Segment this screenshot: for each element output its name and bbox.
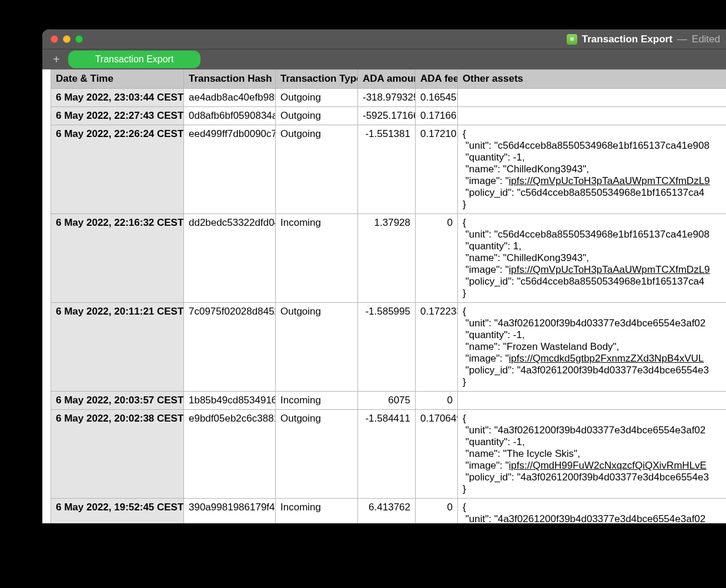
sheet-tab-transaction-export[interactable]: Transaction Export (68, 51, 201, 68)
table-row[interactable]: 6 May 2022, 20:11:21 CEST7c0975f02028d84… (51, 303, 727, 392)
cell-other-assets[interactable] (458, 89, 727, 107)
cell-amount[interactable]: -318.979325 (358, 89, 416, 107)
zoom-icon[interactable] (75, 35, 83, 43)
cell-date[interactable]: 6 May 2022, 22:26:24 CEST (51, 125, 184, 214)
cell-date[interactable]: 6 May 2022, 22:27:43 CEST (51, 107, 184, 125)
ipfs-link[interactable]: ipfs://QmVpUcToH3pTaAaUWpmTCXfmDzL9 (509, 175, 710, 186)
col-hash[interactable]: Transaction Hash (184, 70, 276, 89)
cell-amount[interactable]: -5925.171661 (358, 107, 416, 125)
titlebar: ⌗ Transaction Export — Edited (42, 29, 726, 49)
col-fees[interactable]: ADA fees (416, 70, 458, 89)
cell-fees[interactable]: 0 (416, 214, 458, 303)
cell-other-assets[interactable]: { "unit": "4a3f0261200f39b4d03377e3d4bce… (458, 499, 727, 524)
cell-date[interactable]: 6 May 2022, 20:11:21 CEST (51, 303, 184, 392)
cell-other-assets[interactable]: { "unit": "c56d4cceb8a8550534968e1bf1651… (458, 125, 727, 214)
close-icon[interactable] (51, 35, 58, 43)
table-row[interactable]: 6 May 2022, 22:16:32 CESTdd2bedc53322dfd… (51, 214, 727, 303)
col-type[interactable]: Transaction Type (276, 70, 358, 89)
transactions-table[interactable]: Date & Time Transaction Hash Transaction… (51, 69, 726, 523)
cell-type[interactable]: Incoming (276, 499, 358, 524)
spreadsheet[interactable]: Date & Time Transaction Hash Transaction… (51, 69, 726, 523)
window-sep: — (677, 34, 687, 45)
table-row[interactable]: 6 May 2022, 19:52:45 CEST390a9981986179f… (51, 499, 727, 524)
cell-hash[interactable]: dd2bedc53322dfd049 (184, 214, 276, 303)
window-status: Edited (692, 34, 720, 45)
table-header-row: Date & Time Transaction Hash Transaction… (51, 70, 727, 89)
cell-fees[interactable]: 0 (416, 499, 458, 524)
cell-type[interactable]: Incoming (276, 214, 358, 303)
app-window: ⌗ Transaction Export — Edited + Transact… (42, 29, 726, 523)
ipfs-link[interactable]: ipfs://Qmcdkd5gtbp2FxnmzZXd3NpB4xVUL (509, 353, 704, 364)
table-row[interactable]: 6 May 2022, 23:03:44 CESTae4adb8ac40efb9… (51, 89, 727, 107)
cell-fees[interactable]: 0.172101 (416, 125, 458, 214)
cell-hash[interactable]: 1b85b49cd8534916b (184, 392, 276, 410)
cell-type[interactable]: Outgoing (276, 410, 358, 499)
cell-other-assets[interactable]: { "unit": "4a3f0261200f39b4d03377e3d4bce… (458, 303, 727, 392)
cell-date[interactable]: 6 May 2022, 20:02:38 CEST (51, 410, 184, 499)
cell-date[interactable]: 6 May 2022, 20:03:57 CEST (51, 392, 184, 410)
cell-date[interactable]: 6 May 2022, 23:03:44 CEST (51, 89, 184, 107)
cell-amount[interactable]: 1.37928 (358, 214, 416, 303)
table-row[interactable]: 6 May 2022, 22:26:24 CESTeed499ff7db0090… (51, 125, 727, 214)
col-assets[interactable]: Other assets (458, 70, 727, 89)
cell-hash[interactable]: eed499ff7db0090c71 (184, 125, 276, 214)
cell-other-assets[interactable] (458, 392, 727, 410)
cell-date[interactable]: 6 May 2022, 19:52:45 CEST (51, 499, 184, 524)
window-controls (42, 35, 83, 43)
cell-hash[interactable]: 7c0975f02028d8452c (184, 303, 276, 392)
cell-type[interactable]: Outgoing (276, 125, 358, 214)
cell-amount[interactable]: -1.551381 (358, 125, 416, 214)
cell-amount[interactable]: -1.584411 (358, 410, 416, 499)
add-sheet-button[interactable]: + (53, 54, 60, 65)
cell-hash[interactable]: 390a9981986179f425 (184, 499, 276, 524)
window-title-group: ⌗ Transaction Export — Edited (567, 34, 720, 45)
cell-fees[interactable]: 0.170649 (416, 410, 458, 499)
col-date[interactable]: Date & Time (51, 70, 184, 89)
cell-type[interactable]: Incoming (276, 392, 358, 410)
window-title: Transaction Export (582, 34, 673, 45)
tab-bar: + Transaction Export (42, 49, 726, 69)
cell-type[interactable]: Outgoing (276, 107, 358, 125)
cell-hash[interactable]: ae4adb8ac40efb9858 (184, 89, 276, 107)
cell-amount[interactable]: 6.413762 (358, 499, 416, 524)
cell-amount[interactable]: -1.585995 (358, 303, 416, 392)
ipfs-link[interactable]: ipfs://QmdH99FuW2cNxqzcfQiQXivRmHLvE (509, 460, 707, 471)
table-row[interactable]: 6 May 2022, 20:02:38 CESTe9bdf05eb2c6c38… (51, 410, 727, 499)
cell-hash[interactable]: 0d8afb6bf0590834ac (184, 107, 276, 125)
col-amount[interactable]: ADA amount (358, 70, 416, 89)
ipfs-link[interactable]: ipfs://QmVpUcToH3pTaAaUWpmTCXfmDzL9 (509, 264, 710, 275)
minimize-icon[interactable] (63, 35, 71, 43)
cell-date[interactable]: 6 May 2022, 22:16:32 CEST (51, 214, 184, 303)
cell-other-assets[interactable]: { "unit": "4a3f0261200f39b4d03377e3d4bce… (458, 410, 727, 499)
document-icon: ⌗ (567, 34, 577, 45)
cell-hash[interactable]: e9bdf05eb2c6c38814 (184, 410, 276, 499)
cell-type[interactable]: Outgoing (276, 303, 358, 392)
cell-other-assets[interactable] (458, 107, 727, 125)
cell-other-assets[interactable]: { "unit": "c56d4cceb8a8550534968e1bf1651… (458, 214, 727, 303)
cell-fees[interactable]: 0 (416, 392, 458, 410)
cell-fees[interactable]: 0.165457 (416, 89, 458, 107)
cell-amount[interactable]: 6075 (358, 392, 416, 410)
cell-fees[interactable]: 0.171661 (416, 107, 458, 125)
cell-fees[interactable]: 0.172233 (416, 303, 458, 392)
cell-type[interactable]: Outgoing (276, 89, 358, 107)
table-row[interactable]: 6 May 2022, 20:03:57 CEST1b85b49cd853491… (51, 392, 727, 410)
table-row[interactable]: 6 May 2022, 22:27:43 CEST0d8afb6bf059083… (51, 107, 727, 125)
